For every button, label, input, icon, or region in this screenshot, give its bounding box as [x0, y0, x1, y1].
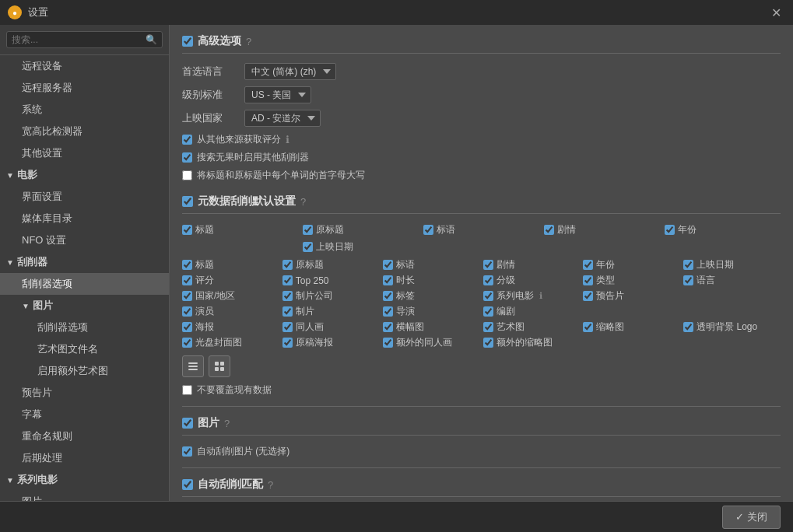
cb21-input[interactable]: [483, 306, 493, 317]
cb22-label[interactable]: 海报: [195, 320, 214, 334]
sidebar-item-art-filename[interactable]: 艺术图文件名: [0, 338, 169, 360]
cb-yuanbiaoti-input[interactable]: [303, 225, 313, 235]
list-view-button[interactable]: [182, 355, 204, 377]
cb24-label[interactable]: 横幅图: [396, 320, 424, 334]
sidebar-section-series[interactable]: ▼ 系列电影: [0, 469, 169, 491]
cb24-input[interactable]: [383, 322, 393, 332]
auto-scrape-checkbox[interactable]: [182, 446, 192, 457]
sidebar-item-scraper-options[interactable]: 刮削器选项: [0, 273, 169, 295]
cb23-input[interactable]: [282, 322, 293, 332]
cb12-label[interactable]: 语言: [697, 274, 715, 287]
cb18-label[interactable]: 演员: [195, 305, 214, 318]
advanced-info-icon[interactable]: ?: [246, 36, 251, 47]
cb-biaoyu-label[interactable]: 标语: [437, 223, 455, 236]
cb18-input[interactable]: [182, 306, 192, 317]
cb16-input[interactable]: [483, 291, 493, 301]
sidebar-item-remote-server[interactable]: 远程服务器: [0, 77, 169, 99]
rating-dropdown[interactable]: US - 美国: [244, 86, 311, 103]
cb27-input[interactable]: [683, 322, 693, 332]
cb11-input[interactable]: [583, 275, 593, 285]
cb4-input[interactable]: [483, 260, 493, 270]
close-action-button[interactable]: ✓ 关闭: [722, 506, 781, 529]
cb26-label[interactable]: 缩略图: [596, 320, 624, 334]
cb1-input[interactable]: [182, 260, 192, 270]
cb17-input[interactable]: [583, 291, 593, 301]
sidebar-section-images[interactable]: ▼ 图片: [0, 295, 169, 317]
cb11-label[interactable]: 类型: [596, 274, 615, 287]
cb3-label[interactable]: 标语: [396, 258, 415, 271]
other-sources-info[interactable]: ℹ: [286, 134, 289, 145]
other-sources-label[interactable]: 从其他来源获取评分: [197, 133, 281, 146]
cb7-input[interactable]: [182, 275, 192, 285]
cb9-label[interactable]: 时长: [396, 274, 415, 287]
cb-biaoti-label[interactable]: 标题: [195, 223, 214, 236]
language-dropdown[interactable]: 中文 (简体) (zh): [244, 63, 336, 80]
images-section-checkbox[interactable]: [182, 418, 193, 429]
cb13-label[interactable]: 国家/地区: [195, 289, 235, 303]
auto-match-info[interactable]: ?: [268, 479, 273, 491]
sidebar-item-other-settings[interactable]: 其他设置: [0, 142, 169, 164]
cb-shangying-riqi-input[interactable]: [303, 242, 313, 252]
cb31-label[interactable]: 额外的缩略图: [497, 336, 553, 349]
sidebar-section-movies[interactable]: ▼ 电影: [0, 164, 169, 186]
cb20-label[interactable]: 导演: [396, 305, 415, 318]
cb6-label[interactable]: 上映日期: [697, 258, 734, 271]
cb29-input[interactable]: [282, 338, 293, 348]
cb19-label[interactable]: 制片: [296, 305, 314, 318]
grid-view-button[interactable]: [209, 355, 230, 377]
sidebar-item-scraper-options-img[interactable]: 刮削器选项: [0, 317, 169, 338]
sidebar-item-media-library[interactable]: 媒体库目录: [0, 208, 169, 229]
cb6-input[interactable]: [683, 260, 693, 270]
cb4-label[interactable]: 剧情: [497, 258, 515, 271]
search-input[interactable]: [12, 34, 146, 45]
sidebar-item-rename-rules[interactable]: 重命名规则: [0, 425, 169, 447]
sidebar-item-resolution[interactable]: 宽高比检测器: [0, 121, 169, 142]
cb-biaoyu-input[interactable]: [423, 225, 433, 235]
images-info-icon[interactable]: ?: [224, 418, 230, 429]
cb14-input[interactable]: [282, 291, 293, 301]
window-close-button[interactable]: ✕: [767, 3, 785, 22]
scraper-defaults-checkbox[interactable]: [182, 196, 193, 207]
cb10-label[interactable]: 分级: [497, 274, 515, 287]
cb26-input[interactable]: [583, 322, 593, 332]
no-overwrite-checkbox[interactable]: [182, 385, 192, 395]
cb-yuanbiaoti-label[interactable]: 原标题: [316, 223, 344, 236]
sidebar-item-post-processing[interactable]: 后期处理: [0, 447, 169, 469]
cb3-input[interactable]: [383, 260, 393, 270]
cb25-input[interactable]: [483, 322, 493, 332]
sidebar-item-nfo-settings[interactable]: NFO 设置: [0, 229, 169, 251]
cb2-label[interactable]: 原标题: [296, 258, 324, 271]
cb27-label[interactable]: 透明背景 Logo: [697, 320, 757, 334]
cb5-input[interactable]: [583, 260, 593, 270]
series-info-icon[interactable]: ℹ: [539, 291, 542, 301]
cb21-label[interactable]: 编剧: [497, 305, 515, 318]
capitalize-label[interactable]: 将标题和原标题中每个单词的首字母大写: [197, 169, 365, 182]
cb22-input[interactable]: [182, 322, 192, 332]
other-scrapers-checkbox[interactable]: [182, 152, 192, 163]
other-scrapers-label[interactable]: 搜索无果时启用其他刮削器: [197, 151, 309, 164]
cb-biaoti-input[interactable]: [182, 225, 192, 235]
cb16-label[interactable]: 系列电影: [497, 289, 534, 303]
cb31-input[interactable]: [483, 338, 493, 348]
cb25-label[interactable]: 艺术图: [497, 320, 525, 334]
cb5-label[interactable]: 年份: [596, 258, 615, 271]
sidebar-item-extra-art[interactable]: 启用额外艺术图: [0, 360, 169, 382]
cb28-input[interactable]: [182, 338, 192, 348]
sidebar-item-subtitles[interactable]: 字幕: [0, 404, 169, 425]
capitalize-checkbox[interactable]: [182, 170, 192, 180]
cb15-input[interactable]: [383, 291, 393, 301]
cb-shangying-riqi-label[interactable]: 上映日期: [316, 240, 353, 254]
sidebar-item-trailer[interactable]: 预告片: [0, 382, 169, 404]
sidebar-section-scrapers[interactable]: ▼ 刮削器: [0, 251, 169, 273]
cb-nianfen-label[interactable]: 年份: [678, 223, 697, 236]
sidebar-item-ui-settings[interactable]: 界面设置: [0, 186, 169, 208]
cb15-label[interactable]: 标签: [396, 289, 415, 303]
cb-juqing-input[interactable]: [544, 225, 554, 235]
cb19-input[interactable]: [282, 306, 293, 317]
no-overwrite-label[interactable]: 不要覆盖现有数据: [197, 383, 272, 397]
cb30-label[interactable]: 额外的同人画: [396, 336, 452, 349]
cb23-label[interactable]: 同人画: [296, 320, 324, 334]
cb8-label[interactable]: Top 250: [296, 275, 329, 286]
cb1-label[interactable]: 标题: [195, 258, 214, 271]
auto-scrape-label[interactable]: 自动刮削图片 (无选择): [197, 445, 289, 458]
